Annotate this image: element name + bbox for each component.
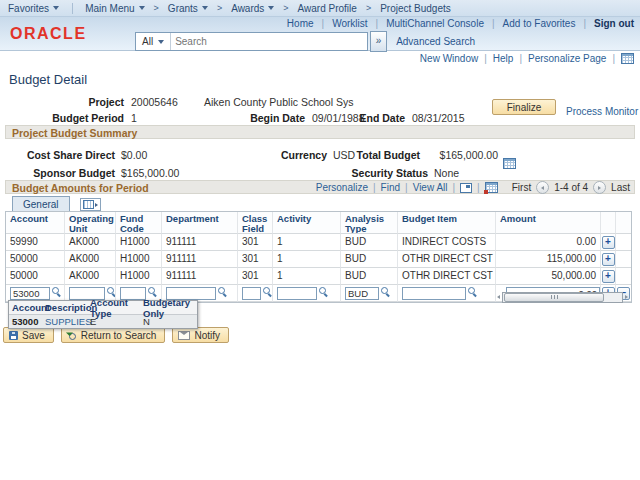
- breadcrumb-award-profile[interactable]: Award Profile: [298, 3, 357, 14]
- cell-amount: 0.00: [496, 234, 601, 251]
- grid-horizontal-scrollbar[interactable]: [497, 291, 628, 303]
- help-link[interactable]: Help: [493, 53, 528, 64]
- header-band: ORACLE Home Worklist MultiChannel Consol…: [0, 17, 640, 51]
- table-row: 59990 AK000 H1000 911111 301 1 BUD INDIR…: [6, 234, 631, 251]
- account-lookup-icon[interactable]: [52, 287, 62, 297]
- end-date-value: 08/31/2015: [412, 112, 465, 124]
- new-window-link[interactable]: New Window: [420, 53, 493, 64]
- class-field-input[interactable]: [242, 287, 261, 300]
- return-to-search-button[interactable]: Return to Search: [61, 327, 166, 343]
- notify-label: Notify: [194, 330, 220, 341]
- add-row-button[interactable]: +: [602, 236, 615, 249]
- breadcrumb-project-budgets[interactable]: Project Budgets: [380, 3, 451, 14]
- scroll-left-icon[interactable]: [497, 295, 500, 299]
- col-account: Account: [6, 212, 65, 234]
- view-all-link[interactable]: View All: [413, 182, 460, 193]
- personalize-link[interactable]: Personalize: [316, 182, 381, 193]
- budget-item-input[interactable]: [402, 287, 466, 300]
- add-row-button[interactable]: +: [602, 270, 615, 283]
- page-utility-bar: New Window Help Personalize Page: [420, 53, 634, 64]
- sponsor-budget-label: Sponsor Budget: [0, 167, 115, 179]
- zoom-window-icon[interactable]: [460, 183, 472, 193]
- search-scope-dropdown[interactable]: All: [136, 33, 171, 50]
- cell-department: 911111: [162, 251, 238, 268]
- find-link[interactable]: Find: [381, 182, 413, 193]
- tab-general[interactable]: General: [12, 196, 70, 212]
- breadcrumb-awards[interactable]: Awards: [231, 3, 274, 14]
- sign-out-link[interactable]: Sign out: [594, 18, 634, 29]
- pager-next-button[interactable]: [593, 181, 606, 194]
- multichannel-console-link[interactable]: MultiChannel Console: [386, 18, 502, 29]
- award-profile-label: Award Profile: [298, 3, 357, 14]
- grants-label: Grants: [168, 3, 198, 14]
- budget-grid: Account Operating Unit Fund Code Departm…: [5, 211, 632, 303]
- analysis-type-lookup-icon[interactable]: [381, 287, 391, 297]
- save-button[interactable]: Save: [3, 327, 54, 343]
- department-lookup-icon[interactable]: [218, 287, 228, 297]
- class-field-lookup-icon[interactable]: [263, 287, 272, 297]
- end-date-label: End Date: [340, 112, 405, 124]
- activity-input[interactable]: [277, 287, 317, 300]
- main-menu[interactable]: Main Menu: [85, 3, 144, 14]
- lookup-account-value: 53000: [9, 316, 45, 327]
- worklist-link[interactable]: Worklist: [332, 18, 386, 29]
- breadcrumb-separator: [154, 3, 159, 13]
- analysis-type-input[interactable]: [345, 287, 379, 300]
- download-grid-icon[interactable]: [485, 182, 498, 193]
- home-link[interactable]: Home: [287, 18, 332, 29]
- cell-budget-item: OTHR DIRECT CST: [398, 268, 496, 285]
- project-budgets-label: Project Budgets: [380, 3, 451, 14]
- add-to-favorites-link[interactable]: Add to Favorites: [503, 18, 594, 29]
- security-grid-icon[interactable]: [503, 158, 516, 169]
- pager-last-label[interactable]: Last: [611, 182, 630, 193]
- col-operating-unit: Operating Unit: [65, 212, 116, 234]
- scrollbar-track[interactable]: [502, 292, 623, 303]
- cell-amount: 50,000.00: [496, 268, 601, 285]
- account-input[interactable]: [10, 287, 50, 300]
- project-name: Aiken County Public School Sys: [204, 96, 353, 108]
- personalize-page-link[interactable]: Personalize Page: [528, 53, 621, 64]
- notify-icon: [178, 331, 190, 340]
- pager-prev-button[interactable]: [536, 181, 549, 194]
- grid-title: Budget Amounts for Period: [12, 182, 149, 194]
- cell-empty: [616, 234, 631, 251]
- save-icon: [9, 331, 18, 340]
- account-lookup-dropdown: Account Description Account Type Budgeta…: [8, 300, 198, 329]
- cell-operating-unit: AK000: [65, 234, 116, 251]
- pager-first-label[interactable]: First: [512, 182, 531, 193]
- process-monitor-link[interactable]: Process Monitor: [566, 106, 638, 117]
- chevron-down-icon: [202, 6, 208, 10]
- cell-fund-code: H1000: [116, 251, 162, 268]
- activity-lookup-icon[interactable]: [319, 287, 329, 297]
- breadcrumb-grants[interactable]: Grants: [168, 3, 208, 14]
- finalize-button[interactable]: Finalize: [492, 99, 556, 115]
- main-menu-label: Main Menu: [85, 3, 134, 14]
- project-label: Project: [0, 96, 124, 108]
- budget-period-value: 1: [131, 112, 137, 124]
- total-budget-value: $165,000.00: [420, 149, 498, 161]
- cell-class-field: 301: [238, 268, 273, 285]
- budget-item-lookup-icon[interactable]: [468, 287, 478, 297]
- cell-analysis-type: BUD: [341, 268, 398, 285]
- page-layout-grid-icon[interactable]: [621, 53, 634, 64]
- search-input[interactable]: [171, 34, 367, 49]
- cell-department: 911111: [162, 268, 238, 285]
- breadcrumb-divider: [72, 3, 73, 14]
- return-to-search-label: Return to Search: [81, 330, 157, 341]
- cell-fund-code: H1000: [116, 234, 162, 251]
- scrollbar-thumb[interactable]: [504, 293, 604, 302]
- cell-activity: 1: [273, 251, 341, 268]
- cost-share-label: Cost Share Direct: [0, 149, 115, 161]
- scroll-right-icon[interactable]: [625, 295, 628, 299]
- lookup-result-row[interactable]: 53000 SUPPLIES E N: [9, 315, 197, 328]
- operating-unit-lookup-icon[interactable]: [107, 287, 115, 297]
- favorites-menu[interactable]: Favorites: [8, 3, 59, 14]
- col-activity: Activity: [273, 212, 341, 234]
- fund-code-lookup-icon[interactable]: [148, 287, 158, 297]
- advanced-search-link[interactable]: Advanced Search: [396, 36, 475, 47]
- add-row-button[interactable]: +: [602, 253, 615, 266]
- notify-button[interactable]: Notify: [172, 327, 229, 343]
- search-go-button[interactable]: »: [370, 31, 387, 52]
- show-all-columns-icon[interactable]: [80, 198, 101, 211]
- breadcrumb-separator: [366, 3, 371, 13]
